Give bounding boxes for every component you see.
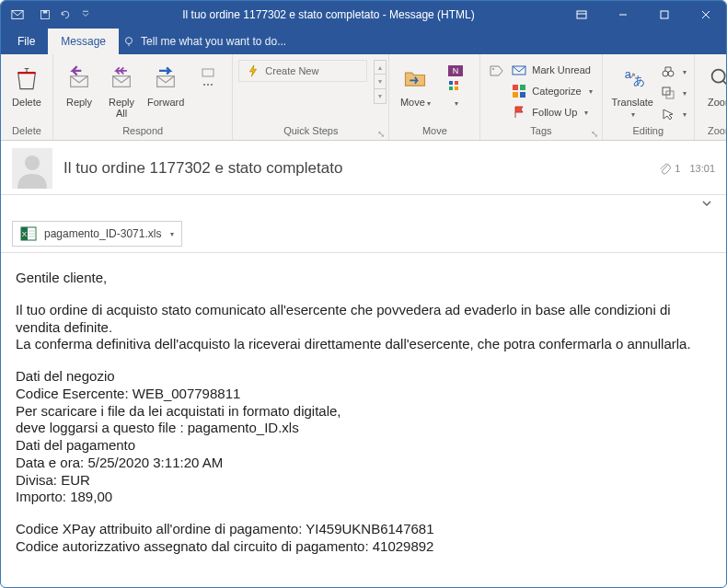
categorize-icon <box>512 84 526 98</box>
follow-up-button[interactable]: Follow Up▾ <box>508 102 595 122</box>
close-icon[interactable] <box>685 1 726 29</box>
svg-rect-29 <box>513 92 518 98</box>
ribbon: Delete Delete Reply Reply All Forward <box>1 54 726 141</box>
message-body: Gentile cliente, Il tuo ordine di acquis… <box>1 253 726 587</box>
mark-unread-button[interactable]: Mark Unread <box>508 60 595 80</box>
svg-rect-21 <box>449 81 453 85</box>
excel-file-icon: X <box>20 225 37 242</box>
svg-point-17 <box>203 84 205 86</box>
save-icon[interactable] <box>40 9 51 20</box>
paperclip-icon <box>658 162 671 175</box>
group-delete: Delete Delete <box>1 54 53 140</box>
find-button[interactable]: ▾ <box>659 62 688 82</box>
body-p2: La conferma definitiva dell'acquisto la … <box>16 336 711 353</box>
group-tags: Mark Unread Categorize▾ Follow Up▾ Tags … <box>480 54 602 140</box>
body-datetime: Data e ora: 5/25/2020 3:11:20 AM <box>16 455 711 472</box>
undo-icon[interactable] <box>60 9 71 20</box>
lightning-icon <box>247 64 260 77</box>
categorize-button[interactable]: Categorize▾ <box>508 81 595 101</box>
message-subject: Il tuo ordine 1177302 e stato completato <box>63 159 658 178</box>
body-auth: Codice autorizzativo assegnato dal circu… <box>16 538 711 556</box>
select-button[interactable]: ▾ <box>659 104 688 124</box>
body-pay-title: Dati del pagamento <box>16 437 711 455</box>
zoom-icon <box>708 65 727 91</box>
titlebar: Il tuo ordine 1177302 e stato completato… <box>1 1 726 29</box>
maximize-icon[interactable] <box>643 1 685 29</box>
body-xpay: Codice XPay attribuito all'ordine di pag… <box>16 521 711 538</box>
attachment-bar: X pagamento_ID-3071.xls ▾ <box>1 215 726 253</box>
quick-steps-down[interactable]: ▾ <box>374 75 387 89</box>
group-zoom: Zoom Zoom <box>695 54 727 140</box>
body-dl1: Per scaricare i file da lei acquistati i… <box>16 403 711 421</box>
svg-rect-23 <box>449 86 453 90</box>
flag-icon <box>512 105 526 120</box>
delete-icon <box>14 65 40 91</box>
tab-file[interactable]: File <box>5 29 48 54</box>
quick-steps-expand[interactable]: ▾ <box>374 89 387 104</box>
svg-point-33 <box>663 71 668 76</box>
svg-point-18 <box>211 84 213 86</box>
bulb-icon <box>122 35 135 48</box>
tell-me-search[interactable]: Tell me what you want to do... <box>122 35 286 48</box>
svg-text:X: X <box>22 230 28 238</box>
tag-icon <box>488 63 504 86</box>
header-expand-button[interactable] <box>698 195 715 212</box>
body-currency: Divisa: EUR <box>16 472 711 490</box>
forward-button[interactable]: Forward <box>144 60 188 119</box>
attachment-indicator: 1 <box>658 162 680 175</box>
respond-more-button[interactable] <box>190 60 226 119</box>
binoculars-icon <box>661 64 675 79</box>
group-move: Move▾ N ▾ Move <box>389 54 480 140</box>
group-respond: Reply Reply All Forward Respond <box>53 54 233 140</box>
forward-icon <box>153 65 179 91</box>
svg-point-39 <box>25 156 40 170</box>
related-button[interactable]: ▾ <box>659 83 688 103</box>
zoom-button[interactable]: Zoom <box>700 60 727 119</box>
group-quick-steps: Create New ▴ ▾ ▾ Quick Steps ⤡ <box>233 54 389 140</box>
reply-all-button[interactable]: Reply All <box>101 60 142 119</box>
attachment-dropdown-icon: ▾ <box>170 230 174 238</box>
tags-launcher[interactable]: ⤡ <box>591 129 600 138</box>
sender-avatar <box>12 148 52 189</box>
chevron-down-icon <box>701 198 712 209</box>
quick-steps-up[interactable]: ▴ <box>374 60 387 75</box>
reply-icon <box>66 65 92 91</box>
qat-chevron-icon[interactable] <box>80 9 91 20</box>
translate-button[interactable]: aあ Translate▾ <box>608 60 657 121</box>
svg-text:あ: あ <box>633 74 645 87</box>
body-amount: Importo: 189,00 <box>16 489 711 506</box>
svg-rect-15 <box>202 69 213 76</box>
ribbon-options-icon[interactable] <box>560 1 602 29</box>
svg-point-7 <box>126 38 133 44</box>
move-folder-icon <box>402 65 428 91</box>
ribbon-tabs: File Message Tell me what you want to do… <box>1 29 726 54</box>
svg-rect-27 <box>513 85 518 90</box>
quick-steps-launcher[interactable]: ⤡ <box>377 129 387 138</box>
more-icon <box>201 65 215 91</box>
reply-button[interactable]: Reply <box>59 60 99 119</box>
body-dl2: deve loggarsi a questo file : pagamento_… <box>16 420 711 437</box>
tab-message[interactable]: Message <box>48 29 119 54</box>
delete-button[interactable]: Delete <box>6 60 47 119</box>
message-time: 13:01 <box>689 163 715 174</box>
tell-me-label: Tell me what you want to do... <box>141 35 286 48</box>
attachment-chip[interactable]: X pagamento_ID-3071.xls ▾ <box>12 221 182 247</box>
svg-rect-24 <box>455 86 458 90</box>
actions-icon <box>447 79 464 92</box>
body-shop-code: Codice Esercente: WEB_007798811 <box>16 386 711 403</box>
minimize-icon[interactable] <box>602 1 643 29</box>
tags-flag-button[interactable] <box>486 60 506 86</box>
avatar-icon <box>12 148 52 189</box>
body-shop-title: Dati del negozio <box>16 368 711 386</box>
translate-icon: aあ <box>619 65 645 91</box>
group-editing: aあ Translate▾ ▾ ▾ ▾ Editing <box>603 54 695 140</box>
chevron-down-icon: ▾ <box>427 99 431 108</box>
create-new-quick-step[interactable]: Create New <box>238 60 367 82</box>
app-icon <box>1 8 34 21</box>
svg-line-38 <box>722 80 727 86</box>
onenote-icon: N <box>447 64 464 77</box>
body-greeting: Gentile cliente, <box>16 270 711 287</box>
move-actions-button[interactable]: N ▾ <box>437 60 474 119</box>
move-button[interactable]: Move▾ <box>395 60 435 119</box>
svg-rect-28 <box>520 85 525 90</box>
